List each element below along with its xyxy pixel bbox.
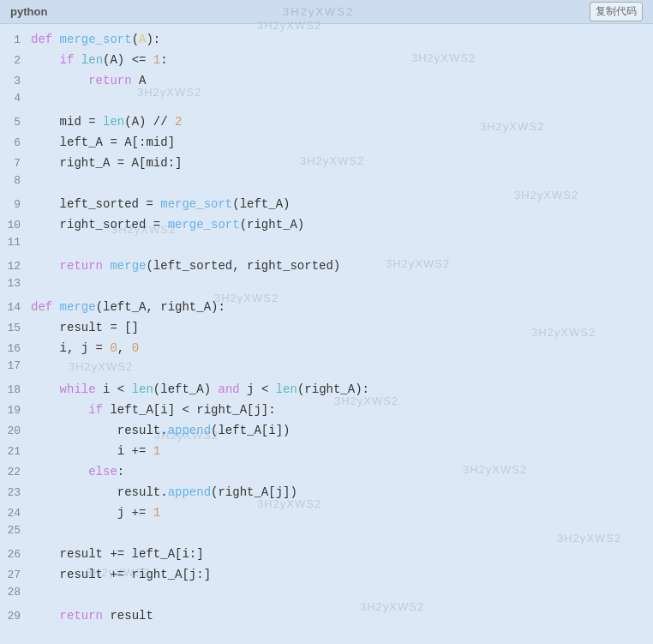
line-number: 7 (0, 157, 31, 170)
language-label: python (10, 5, 47, 18)
code-line: 18 while i < len(left_A) and j < len(rig… (0, 379, 653, 400)
line-number: 27 (0, 569, 31, 581)
code-line: 14 def merge(left_A, right_A): (0, 297, 653, 317)
line-number: 3 (0, 75, 31, 87)
copy-button[interactable]: 复制代码 (590, 2, 643, 21)
code-line: 19 if left_A[i] < right_A[j]: (0, 400, 653, 420)
line-number: 5 (0, 116, 31, 129)
line-content: def merge(left_A, right_A): (31, 298, 653, 316)
line-number: 24 (0, 507, 31, 520)
line-content: result.append(left_A[i]) (31, 421, 653, 440)
line-number: 10 (0, 219, 31, 232)
line-content: j += 1 (31, 503, 653, 522)
line-number: 29 (0, 610, 31, 623)
line-number: 1 (0, 33, 31, 46)
code-line: 11 (0, 235, 653, 256)
line-number: 19 (0, 404, 31, 417)
line-number: 11 (0, 236, 31, 249)
code-line: 25 (0, 523, 653, 544)
code-line: 13 (0, 276, 653, 297)
code-line: 22 else: (0, 461, 653, 482)
line-number: 18 (0, 383, 31, 396)
line-number: 22 (0, 466, 31, 478)
code-line: 27 result += right_A[j:] (0, 564, 653, 585)
code-line: 17 (0, 358, 653, 379)
code-line: 26 result += left_A[i:] (0, 544, 653, 564)
line-number: 15 (0, 322, 31, 334)
code-line: 1 def merge_sort(A): (0, 29, 653, 50)
line-number: 8 (0, 174, 31, 187)
line-content: result += right_A[j:] (31, 565, 653, 584)
line-content: mid = len(A) // 2 (31, 112, 653, 131)
line-content: result = [] (31, 318, 653, 337)
line-content: while i < len(left_A) and j < len(right_… (31, 380, 653, 399)
line-content: right_A = A[mid:] (31, 153, 653, 172)
code-line: 28 (0, 585, 653, 605)
line-content: return A (31, 71, 653, 90)
code-line: 10 right_sorted = merge_sort(right_A) (0, 214, 653, 235)
watermark-header: 3H2yXWS2 (283, 5, 354, 18)
line-content: if len(A) <= 1: (31, 51, 653, 69)
line-number: 9 (0, 198, 31, 211)
line-number: 25 (0, 524, 31, 537)
code-line: 12 return merge(left_sorted, right_sorte… (0, 256, 653, 276)
line-content: return merge(left_sorted, right_sorted) (31, 256, 653, 275)
line-content: result.append(right_A[j]) (31, 483, 653, 502)
line-number: 12 (0, 260, 31, 273)
line-number: 4 (0, 92, 31, 105)
line-number: 28 (0, 586, 31, 599)
line-content: result += left_A[i:] (31, 545, 653, 563)
code-line: 6 left_A = A[:mid] (0, 132, 653, 153)
line-content: def merge_sort(A): (31, 30, 653, 49)
line-number: 2 (0, 54, 31, 67)
code-line: 7 right_A = A[mid:] (0, 153, 653, 173)
code-line: 9 left_sorted = merge_sort(left_A) (0, 194, 653, 214)
code-line: 21 i += 1 (0, 441, 653, 461)
line-content: i, j = 0, 0 (31, 339, 653, 358)
line-number: 14 (0, 301, 31, 314)
header-bar: python 3H2yXWS2 复制代码 (0, 0, 653, 24)
line-number: 16 (0, 342, 31, 355)
line-number: 20 (0, 424, 31, 437)
code-area: 1 def merge_sort(A): 2 if len(A) <= 1: 3… (0, 24, 653, 631)
code-line: 4 (0, 91, 653, 111)
code-line: 20 result.append(left_A[i]) (0, 420, 653, 441)
line-number: 21 (0, 445, 31, 458)
line-content: right_sorted = merge_sort(right_A) (31, 215, 653, 234)
code-line: 24 j += 1 (0, 503, 653, 523)
line-content: i += 1 (31, 442, 653, 460)
code-line: 23 result.append(right_A[j]) (0, 482, 653, 503)
code-line: 8 (0, 173, 653, 194)
editor-container: python 3H2yXWS2 复制代码 1 def merge_sort(A)… (0, 0, 653, 644)
code-line: 5 mid = len(A) // 2 (0, 111, 653, 132)
line-content: left_A = A[:mid] (31, 133, 653, 152)
code-line: 15 result = [] (0, 317, 653, 338)
code-line: 3 return A (0, 70, 653, 91)
line-content: return result (31, 606, 653, 625)
line-content: left_sorted = merge_sort(left_A) (31, 195, 653, 214)
line-number: 6 (0, 136, 31, 149)
line-number: 26 (0, 548, 31, 561)
line-number: 13 (0, 277, 31, 290)
code-line: 2 if len(A) <= 1: (0, 50, 653, 70)
code-line: 29 return result (0, 605, 653, 626)
line-content: if left_A[i] < right_A[j]: (31, 400, 653, 419)
code-line: 16 i, j = 0, 0 (0, 338, 653, 358)
line-content: else: (31, 462, 653, 481)
line-number: 17 (0, 359, 31, 372)
line-number: 23 (0, 486, 31, 499)
